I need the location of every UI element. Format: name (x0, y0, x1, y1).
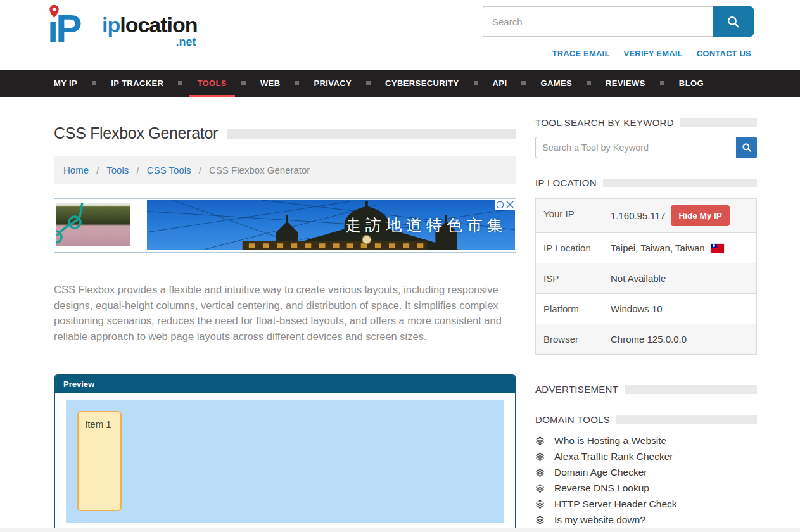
nav-separator (474, 81, 478, 86)
nav-separator (366, 81, 371, 86)
nav-item-games[interactable]: GAMES (540, 70, 572, 97)
ad-banner[interactable]: 走訪地道特色市集 (54, 198, 516, 253)
nav-item-reviews[interactable]: REVIEWS (606, 70, 645, 97)
nav-item-blog[interactable]: BLOG (679, 70, 704, 97)
gear-icon (535, 436, 545, 446)
site-search-input[interactable] (483, 6, 713, 37)
nav-item-api[interactable]: API (493, 70, 507, 97)
nav-separator (178, 81, 182, 86)
footer-strip (0, 528, 800, 532)
main-column: CSS Flexbox Generator Home / Tools / CSS… (54, 97, 516, 532)
title-row: CSS Flexbox Generator (54, 124, 516, 142)
nav-item-ip-tracker[interactable]: IP TRACKER (111, 70, 163, 97)
nav-item-web[interactable]: WEB (260, 70, 281, 97)
site-search-button[interactable] (713, 6, 754, 37)
breadcrumb-tools[interactable]: Tools (106, 165, 129, 175)
table-row: Your IP 1.160.95.117 Hide My IP (536, 199, 756, 233)
advertisement-heading: ADVERTISEMENT (535, 384, 757, 395)
isp-value: Not Available (611, 273, 666, 284)
ip-location-table: Your IP 1.160.95.117 Hide My IP IP Locat… (535, 198, 757, 355)
ad-controls (495, 200, 515, 210)
breadcrumb-home[interactable]: Home (63, 165, 89, 175)
tool-link-reverse-dns[interactable]: Reverse DNS Lookup (554, 483, 649, 494)
gear-icon (535, 500, 545, 509)
nav-item-cybersecurity[interactable]: CYBERSECURITY (385, 70, 459, 97)
nav-item-privacy[interactable]: PRIVACY (314, 70, 352, 97)
page-title: CSS Flexbox Generator (54, 124, 218, 142)
logo-text-net: .net (102, 35, 198, 49)
heading-decorative-bar (680, 118, 757, 127)
tool-search-input[interactable] (535, 137, 736, 158)
content: CSS Flexbox Generator Home / Tools / CSS… (0, 97, 800, 532)
advertisement-heading-label: ADVERTISEMENT (535, 384, 618, 395)
flexbox-preview-container: Item 1 (66, 400, 504, 522)
nav-separator (92, 81, 96, 86)
gear-icon (535, 484, 545, 493)
tool-description: CSS Flexbox provides a flexible and intu… (54, 282, 516, 344)
nav-separator (241, 81, 246, 86)
trace-email-link[interactable]: TRACE EMAIL (552, 49, 610, 58)
list-item[interactable]: Domain Age Checker (535, 467, 757, 478)
ad-info-icon[interactable] (495, 200, 505, 210)
row-label: ISP (536, 263, 602, 293)
list-item[interactable]: HTTP Server Header Check (535, 498, 757, 510)
domain-tools-heading-label: DOMAIN TOOLS (535, 414, 610, 425)
location-pin-icon (49, 4, 60, 18)
list-item[interactable]: Alexa Traffic Rank Checker (535, 451, 757, 462)
tool-link-http-header[interactable]: HTTP Server Header Check (554, 498, 677, 510)
ip-location-value: Taipei, Taiwan, Taiwan (611, 243, 705, 253)
tool-link-alexa-rank[interactable]: Alexa Traffic Rank Checker (554, 451, 673, 462)
tool-link-hosting[interactable]: Who is Hosting a Website (554, 435, 666, 446)
platform-value: Windows 10 (611, 303, 663, 314)
tool-search-heading: TOOL SEARCH BY KEYWORD (535, 117, 757, 128)
logo[interactable]: ıP iplocation .net (48, 5, 198, 57)
nav-item-tools[interactable]: TOOLS (197, 70, 227, 97)
logo-text: iplocation .net (102, 14, 198, 49)
contact-us-link[interactable]: CONTACT US (697, 49, 751, 58)
table-row: Browser Chrome 125.0.0.0 (536, 324, 756, 354)
ad-close-icon[interactable] (505, 200, 515, 210)
taiwan-flag-icon (711, 244, 724, 253)
breadcrumb: Home / Tools / CSS Tools / CSS Flexbox G… (54, 156, 516, 184)
ip-location-heading-label: IP LOCATION (535, 177, 597, 188)
breadcrumb-css-tools[interactable]: CSS Tools (147, 165, 191, 175)
heading-decorative-bar (616, 415, 757, 424)
breadcrumb-separator: / (96, 165, 99, 175)
tool-link-website-down[interactable]: Is my website down? (554, 514, 645, 526)
tool-search-button[interactable] (736, 137, 757, 158)
ad-main-image: 走訪地道特色市集 (147, 200, 515, 250)
breadcrumb-separator: / (199, 165, 201, 175)
verify-email-link[interactable]: VERIFY EMAIL (624, 49, 683, 58)
list-item[interactable]: Reverse DNS Lookup (535, 483, 757, 494)
row-label: IP Location (536, 233, 602, 263)
nav-separator (295, 81, 299, 86)
ad-route-line-graphic (56, 203, 130, 246)
nav-separator (587, 81, 591, 86)
logo-mark-icon: ıP (48, 5, 98, 57)
flexbox-preview-item: Item 1 (77, 411, 122, 511)
page: ıP iplocation .net (0, 0, 800, 532)
preview-panel-header: Preview (55, 376, 515, 393)
search-icon (742, 142, 752, 153)
list-item[interactable]: Is my website down? (535, 514, 757, 526)
search-icon (727, 15, 740, 28)
nav-item-my-ip[interactable]: MY IP (54, 70, 77, 97)
logo-text-location: location (120, 13, 197, 37)
site-header: ıP iplocation .net (0, 0, 800, 70)
row-label: Your IP (536, 199, 602, 232)
tool-link-domain-age[interactable]: Domain Age Checker (554, 467, 647, 478)
tool-search-heading-label: TOOL SEARCH BY KEYWORD (535, 117, 674, 128)
your-ip-value: 1.160.95.117 (611, 210, 665, 221)
header-links: TRACE EMAIL VERIFY EMAIL CONTACT US (483, 49, 754, 58)
ad-left-image (56, 203, 130, 246)
table-row: Platform Windows 10 (536, 294, 756, 324)
row-label: Browser (536, 324, 602, 354)
site-search-bar (483, 6, 754, 37)
hide-my-ip-button[interactable]: Hide My IP (671, 205, 729, 226)
heading-decorative-bar (625, 385, 757, 394)
list-item[interactable]: Who is Hosting a Website (535, 435, 757, 446)
header-right: TRACE EMAIL VERIFY EMAIL CONTACT US (483, 6, 754, 58)
domain-tools-list: Who is Hosting a Website Alexa Traffic R… (535, 435, 757, 532)
breadcrumb-current: CSS Flexbox Generator (209, 165, 310, 175)
nav-separator (660, 81, 664, 86)
